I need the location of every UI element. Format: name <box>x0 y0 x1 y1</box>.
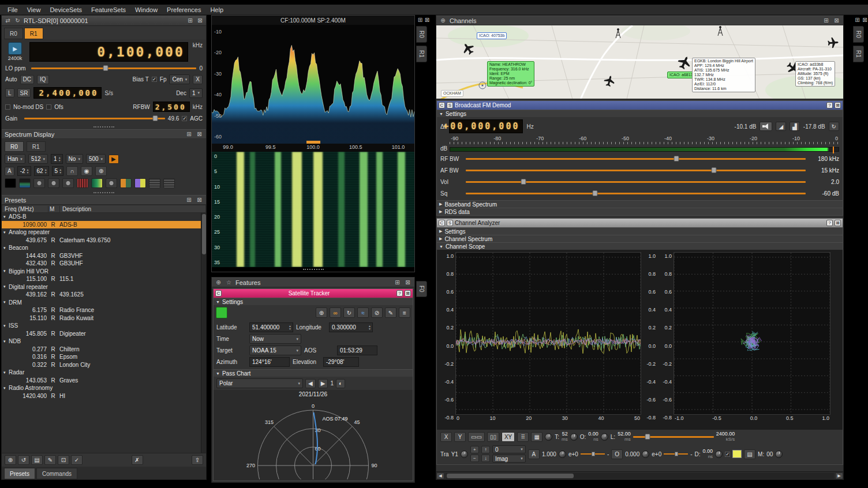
trace-up-button[interactable]: ↑ <box>481 446 490 453</box>
maximize-icon[interactable]: ⊞ <box>822 17 830 24</box>
export-preset-button[interactable]: ⊡ <box>58 455 69 465</box>
preset-row[interactable]: 1090.000 R ADS-B <box>2 221 206 229</box>
preset-row[interactable]: ADS-B <box>2 213 206 221</box>
maximize-icon[interactable]: ⊞ <box>417 16 423 24</box>
device-list-button[interactable]: ≡ <box>399 307 410 318</box>
squelch-marker[interactable] <box>833 147 834 153</box>
maximize-icon[interactable]: ⊞ <box>185 196 193 204</box>
af-bw-slider[interactable] <box>466 167 806 174</box>
common-settings-button[interactable]: C <box>215 290 222 296</box>
settings-section-bar[interactable]: ▼Settings <box>214 298 413 305</box>
fft-size-select[interactable]: 512▾ <box>28 154 48 164</box>
offset-checkbox[interactable] <box>46 104 51 110</box>
scroll-right-button[interactable]: ▶ <box>835 472 843 479</box>
maximize-icon[interactable]: ⊞ <box>394 279 401 286</box>
menu-item[interactable]: Window <box>131 6 162 14</box>
map-label-egkb-airport[interactable]: EGKB: London Biggin Hill AirportAPP: 129… <box>692 58 755 92</box>
time-base-knob[interactable] <box>545 433 552 441</box>
scope-trace-plot[interactable] <box>455 252 641 415</box>
lock-button[interactable]: L <box>5 88 14 97</box>
bias-t-checkbox[interactable]: ✓ <box>152 77 157 82</box>
map-label-heathrow[interactable]: Name: HEATHROWFrequency: 316.0 kHzIdent:… <box>487 61 534 87</box>
dock-tab-f0[interactable]: F0 <box>416 281 427 297</box>
channel-color-button[interactable]: C <box>439 220 445 226</box>
satellite-tracker-titlebar[interactable]: C Satellite Tracker ? ⊠ <box>214 289 413 298</box>
preset-row[interactable]: 1420.400 R HI <box>2 392 206 400</box>
preset-row[interactable]: 15.110 R Radio Kuwait <box>2 314 206 322</box>
adsb-map[interactable]: ICAO: 40753b Name: HEATHROWFrequency: 31… <box>436 25 843 99</box>
menu-item[interactable]: Preferences <box>163 6 205 14</box>
target-select[interactable]: NOAA 15▾ <box>249 346 301 355</box>
loop-button[interactable]: ↻ <box>829 122 839 131</box>
rf-bandwidth-display[interactable]: 2,500 <box>153 102 190 112</box>
tree-expand-icon[interactable] <box>2 300 9 305</box>
stream-button[interactable]: S <box>447 220 453 226</box>
preset-row[interactable]: Biggin Hill VOR <box>2 268 206 276</box>
tab-r1[interactable]: R1 <box>24 28 43 39</box>
x-only-button[interactable]: X <box>440 432 452 442</box>
map-label-aircraft-info[interactable]: ICAO: ad33b8Aircraft: PA-31-310Altitude:… <box>795 61 835 87</box>
autoscale-button[interactable]: A <box>5 167 14 176</box>
waterfall-display[interactable]: 05101520253035 <box>212 152 414 267</box>
close-button[interactable]: ⊠ <box>405 290 411 296</box>
maximize-icon[interactable]: ⊞ <box>854 16 860 24</box>
display-option-button[interactable] <box>149 178 160 188</box>
resize-grip[interactable] <box>212 267 414 272</box>
tree-expand-icon[interactable] <box>2 370 9 375</box>
menu-item[interactable]: FeatureSets <box>87 6 130 14</box>
dock-tab-r1[interactable]: R1 <box>853 46 864 62</box>
save-trace-button[interactable]: ▤ <box>744 449 755 459</box>
settings-section-bar[interactable]: ▼Settings <box>437 110 843 117</box>
next-pass-button[interactable]: ▶ <box>318 379 328 388</box>
ofs-fine-slider[interactable] <box>664 451 688 457</box>
close-icon[interactable]: ⊠ <box>196 17 204 24</box>
offset-mode-button[interactable]: O <box>611 449 623 459</box>
volume-slider[interactable] <box>466 178 806 185</box>
add-feature-icon[interactable]: ⊕ <box>215 279 222 286</box>
close-icon[interactable]: ⊠ <box>862 16 868 24</box>
preset-row[interactable]: Digital repeater <box>2 283 206 291</box>
frequency-offset-display[interactable]: +00,000,000 <box>449 119 523 133</box>
baseband-spectrum-section-bar[interactable]: ▶Baseband Spectrum <box>437 200 843 208</box>
memory-knob[interactable] <box>775 451 783 458</box>
stream-button[interactable]: S <box>447 102 453 108</box>
dock-tab-r1[interactable]: R1 <box>416 46 427 62</box>
tab-commands[interactable]: Commands <box>36 468 77 479</box>
preset-row[interactable]: 439.162 R 439.1625 <box>2 291 206 299</box>
horizontal-scrollbar[interactable]: ◀ ▶ <box>436 471 843 479</box>
preset-row[interactable]: NDB <box>2 337 206 346</box>
frequency-cursor[interactable] <box>306 141 320 144</box>
averaging-mode-select[interactable]: No▾ <box>66 154 83 164</box>
tree-expand-icon[interactable] <box>2 284 9 289</box>
latitude-field[interactable]: 51.400000▲▼ <box>249 322 293 332</box>
display-option-button[interactable] <box>33 178 45 188</box>
help-button[interactable]: ? <box>826 102 833 108</box>
averaging-spinbox[interactable]: 1▲▼ <box>51 154 63 164</box>
help-button[interactable]: ? <box>396 290 403 296</box>
rf-bw-slider[interactable] <box>466 155 806 162</box>
preset-row[interactable]: 145.805 R Digipeater <box>2 330 206 338</box>
add-trace-button[interactable]: + <box>470 446 479 453</box>
link-button[interactable]: ∞ <box>330 307 341 318</box>
projection-select[interactable]: Imag▾ <box>492 455 526 463</box>
sample-rate-mode-button[interactable]: SR <box>17 88 31 97</box>
menu-item[interactable]: Help <box>206 6 227 14</box>
channel-color-button[interactable]: C <box>439 102 445 108</box>
tree-expand-icon[interactable] <box>2 339 9 344</box>
agc-checkbox[interactable]: ✓ <box>182 116 187 121</box>
trace-color-swatch[interactable] <box>732 450 742 458</box>
transverter-button[interactable]: X <box>193 75 203 84</box>
preset-row[interactable]: 432.430 R GB3UHF <box>2 260 206 268</box>
channel-scope-section-bar[interactable]: ▼Channel Scope <box>437 242 843 250</box>
ref-level-spinbox[interactable]: -2▲▼ <box>17 166 31 176</box>
scrollbar-thumb[interactable] <box>447 474 574 478</box>
fc-position-select[interactable]: Cen▾ <box>169 74 190 84</box>
display-option-button[interactable] <box>106 178 117 188</box>
squelch-slider[interactable] <box>466 190 806 197</box>
menu-item[interactable]: File <box>3 6 22 14</box>
tree-expand-icon[interactable] <box>2 230 9 235</box>
y-only-button[interactable]: Y <box>454 432 466 442</box>
close-button[interactable]: ⊠ <box>835 102 841 108</box>
trace-length-slider[interactable] <box>633 433 714 440</box>
start-tracker-button[interactable] <box>216 307 227 318</box>
